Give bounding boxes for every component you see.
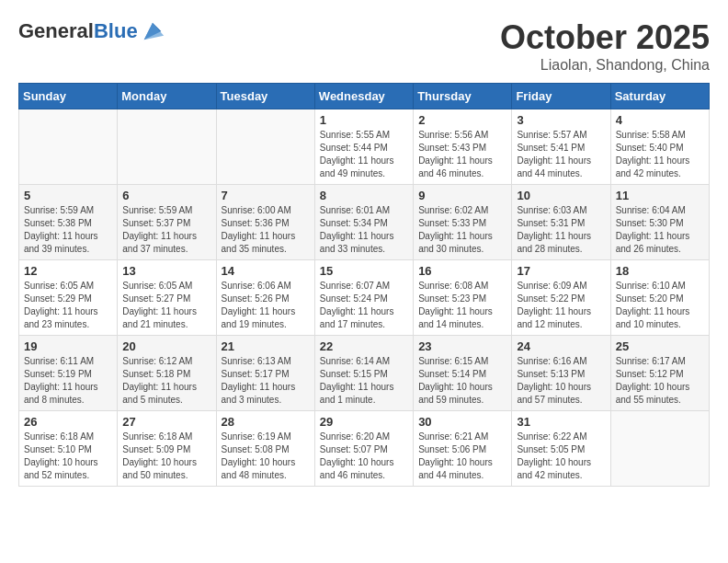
calendar-cell: 3Sunrise: 5:57 AMSunset: 5:41 PMDaylight… xyxy=(512,109,610,185)
day-number: 13 xyxy=(122,264,210,278)
calendar-cell: 1Sunrise: 5:55 AMSunset: 5:44 PMDaylight… xyxy=(314,109,413,185)
day-number: 21 xyxy=(222,339,310,353)
calendar-cell: 28Sunrise: 6:19 AMSunset: 5:08 PMDayligh… xyxy=(216,411,314,487)
day-number: 29 xyxy=(320,415,408,429)
calendar-cell: 19Sunrise: 6:11 AMSunset: 5:19 PMDayligh… xyxy=(19,336,118,411)
calendar-cell: 9Sunrise: 6:02 AMSunset: 5:33 PMDaylight… xyxy=(414,185,512,260)
day-number: 26 xyxy=(24,415,112,429)
calendar-week-row: 19Sunrise: 6:11 AMSunset: 5:19 PMDayligh… xyxy=(19,336,710,411)
calendar-cell xyxy=(610,411,709,487)
day-info: Sunrise: 6:12 AMSunset: 5:18 PMDaylight:… xyxy=(122,355,210,407)
day-info: Sunrise: 6:22 AMSunset: 5:05 PMDaylight:… xyxy=(517,431,605,482)
day-info: Sunrise: 6:17 AMSunset: 5:12 PMDaylight:… xyxy=(616,355,704,407)
logo-general: General xyxy=(18,19,94,42)
month-title: October 2025 xyxy=(500,18,710,57)
day-info: Sunrise: 6:09 AMSunset: 5:22 PMDaylight:… xyxy=(517,280,605,331)
weekday-header-row: SundayMondayTuesdayWednesdayThursdayFrid… xyxy=(19,84,710,109)
day-number: 22 xyxy=(320,339,408,353)
calendar-cell: 6Sunrise: 5:59 AMSunset: 5:37 PMDaylight… xyxy=(118,185,216,260)
day-info: Sunrise: 6:20 AMSunset: 5:07 PMDaylight:… xyxy=(320,431,408,482)
calendar-table: SundayMondayTuesdayWednesdayThursdayFrid… xyxy=(18,83,710,487)
day-number: 27 xyxy=(122,415,210,429)
calendar-week-row: 1Sunrise: 5:55 AMSunset: 5:44 PMDaylight… xyxy=(19,109,710,185)
logo-icon xyxy=(140,18,165,44)
location-title: Liaolan, Shandong, China xyxy=(500,57,710,74)
calendar-cell: 15Sunrise: 6:07 AMSunset: 5:24 PMDayligh… xyxy=(314,260,413,336)
header: GeneralBlue October 2025 Liaolan, Shando… xyxy=(18,18,710,74)
calendar-cell: 17Sunrise: 6:09 AMSunset: 5:22 PMDayligh… xyxy=(512,260,610,336)
page: GeneralBlue October 2025 Liaolan, Shando… xyxy=(0,0,728,563)
day-info: Sunrise: 6:18 AMSunset: 5:09 PMDaylight:… xyxy=(122,431,210,482)
calendar-cell: 2Sunrise: 5:56 AMSunset: 5:43 PMDaylight… xyxy=(414,109,512,185)
day-number: 30 xyxy=(418,415,506,429)
day-number: 1 xyxy=(320,113,408,127)
day-number: 17 xyxy=(517,264,605,278)
calendar-cell: 14Sunrise: 6:06 AMSunset: 5:26 PMDayligh… xyxy=(216,260,314,336)
day-info: Sunrise: 6:11 AMSunset: 5:19 PMDaylight:… xyxy=(24,355,112,407)
calendar-cell: 12Sunrise: 6:05 AMSunset: 5:29 PMDayligh… xyxy=(19,260,118,336)
calendar-cell: 18Sunrise: 6:10 AMSunset: 5:20 PMDayligh… xyxy=(610,260,709,336)
day-info: Sunrise: 5:59 AMSunset: 5:38 PMDaylight:… xyxy=(24,204,112,256)
calendar-cell: 23Sunrise: 6:15 AMSunset: 5:14 PMDayligh… xyxy=(414,336,512,411)
day-info: Sunrise: 6:03 AMSunset: 5:31 PMDaylight:… xyxy=(517,204,605,256)
day-number: 6 xyxy=(122,189,210,202)
weekday-saturday: Saturday xyxy=(610,84,709,109)
day-info: Sunrise: 6:06 AMSunset: 5:26 PMDaylight:… xyxy=(222,280,310,331)
day-info: Sunrise: 5:57 AMSunset: 5:41 PMDaylight:… xyxy=(517,129,605,180)
calendar-cell: 20Sunrise: 6:12 AMSunset: 5:18 PMDayligh… xyxy=(118,336,216,411)
day-number: 24 xyxy=(517,339,605,353)
calendar-week-row: 12Sunrise: 6:05 AMSunset: 5:29 PMDayligh… xyxy=(19,260,710,336)
day-number: 31 xyxy=(517,415,605,429)
day-info: Sunrise: 6:05 AMSunset: 5:29 PMDaylight:… xyxy=(24,280,112,331)
day-info: Sunrise: 6:19 AMSunset: 5:08 PMDaylight:… xyxy=(222,431,310,482)
calendar-cell: 24Sunrise: 6:16 AMSunset: 5:13 PMDayligh… xyxy=(512,336,610,411)
day-number: 18 xyxy=(616,264,704,278)
calendar-cell: 31Sunrise: 6:22 AMSunset: 5:05 PMDayligh… xyxy=(512,411,610,487)
calendar-cell: 11Sunrise: 6:04 AMSunset: 5:30 PMDayligh… xyxy=(610,185,709,260)
weekday-sunday: Sunday xyxy=(19,84,118,109)
day-info: Sunrise: 5:56 AMSunset: 5:43 PMDaylight:… xyxy=(418,129,506,180)
calendar-cell: 27Sunrise: 6:18 AMSunset: 5:09 PMDayligh… xyxy=(118,411,216,487)
calendar-cell: 7Sunrise: 6:00 AMSunset: 5:36 PMDaylight… xyxy=(216,185,314,260)
calendar-cell: 10Sunrise: 6:03 AMSunset: 5:31 PMDayligh… xyxy=(512,185,610,260)
title-block: October 2025 Liaolan, Shandong, China xyxy=(500,18,710,74)
day-info: Sunrise: 6:08 AMSunset: 5:23 PMDaylight:… xyxy=(418,280,506,331)
calendar-cell: 30Sunrise: 6:21 AMSunset: 5:06 PMDayligh… xyxy=(414,411,512,487)
calendar-cell: 22Sunrise: 6:14 AMSunset: 5:15 PMDayligh… xyxy=(314,336,413,411)
day-number: 12 xyxy=(24,264,112,278)
day-info: Sunrise: 6:05 AMSunset: 5:27 PMDaylight:… xyxy=(122,280,210,331)
logo-blue: Blue xyxy=(94,19,138,42)
day-info: Sunrise: 5:58 AMSunset: 5:40 PMDaylight:… xyxy=(616,129,704,180)
day-info: Sunrise: 6:16 AMSunset: 5:13 PMDaylight:… xyxy=(517,355,605,407)
calendar-week-row: 5Sunrise: 5:59 AMSunset: 5:38 PMDaylight… xyxy=(19,185,710,260)
calendar-cell: 13Sunrise: 6:05 AMSunset: 5:27 PMDayligh… xyxy=(118,260,216,336)
day-number: 9 xyxy=(418,189,506,202)
day-number: 14 xyxy=(222,264,310,278)
day-number: 10 xyxy=(517,189,605,202)
calendar-cell xyxy=(216,109,314,185)
calendar-cell: 21Sunrise: 6:13 AMSunset: 5:17 PMDayligh… xyxy=(216,336,314,411)
day-info: Sunrise: 5:55 AMSunset: 5:44 PMDaylight:… xyxy=(320,129,408,180)
weekday-monday: Monday xyxy=(118,84,216,109)
calendar-cell: 26Sunrise: 6:18 AMSunset: 5:10 PMDayligh… xyxy=(19,411,118,487)
calendar-cell xyxy=(19,109,118,185)
day-number: 28 xyxy=(222,415,310,429)
weekday-thursday: Thursday xyxy=(414,84,512,109)
day-number: 4 xyxy=(616,113,704,127)
day-number: 2 xyxy=(418,113,506,127)
day-info: Sunrise: 6:07 AMSunset: 5:24 PMDaylight:… xyxy=(320,280,408,331)
day-info: Sunrise: 6:21 AMSunset: 5:06 PMDaylight:… xyxy=(418,431,506,482)
day-number: 8 xyxy=(320,189,408,202)
day-info: Sunrise: 6:10 AMSunset: 5:20 PMDaylight:… xyxy=(616,280,704,331)
day-number: 16 xyxy=(418,264,506,278)
day-info: Sunrise: 6:15 AMSunset: 5:14 PMDaylight:… xyxy=(418,355,506,407)
day-number: 5 xyxy=(24,189,112,202)
day-number: 15 xyxy=(320,264,408,278)
calendar-cell: 29Sunrise: 6:20 AMSunset: 5:07 PMDayligh… xyxy=(314,411,413,487)
calendar-week-row: 26Sunrise: 6:18 AMSunset: 5:10 PMDayligh… xyxy=(19,411,710,487)
day-number: 20 xyxy=(122,339,210,353)
calendar-cell: 5Sunrise: 5:59 AMSunset: 5:38 PMDaylight… xyxy=(19,185,118,260)
day-number: 19 xyxy=(24,339,112,353)
calendar-cell: 25Sunrise: 6:17 AMSunset: 5:12 PMDayligh… xyxy=(610,336,709,411)
day-info: Sunrise: 6:14 AMSunset: 5:15 PMDaylight:… xyxy=(320,355,408,407)
